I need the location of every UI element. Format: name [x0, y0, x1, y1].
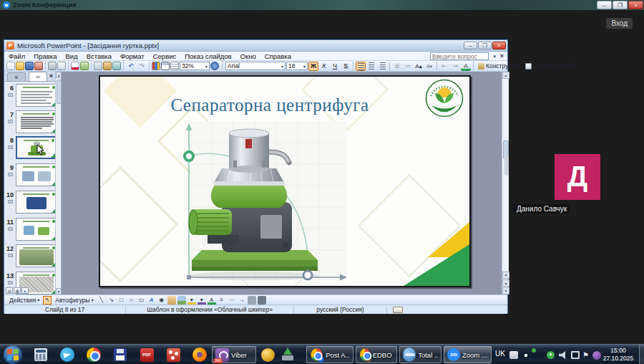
- line-style-icon[interactable]: ≡: [218, 296, 226, 305]
- antivirus-icon[interactable]: +: [547, 351, 555, 359]
- wordart-icon[interactable]: А: [147, 296, 156, 305]
- arrow-style-icon[interactable]: →: [238, 296, 246, 305]
- display-icon[interactable]: [571, 351, 580, 359]
- new-file-icon[interactable]: [6, 62, 15, 70]
- ppt-close-button[interactable]: ×: [492, 42, 506, 49]
- slide-sorter-view-icon[interactable]: ▦: [14, 287, 21, 294]
- show-desktop-button[interactable]: [639, 345, 644, 364]
- paste-icon[interactable]: [103, 62, 112, 70]
- font-size-combo[interactable]: 18 ▾: [286, 62, 308, 70]
- slide-title[interactable]: Сепараторна центрифуга: [104, 95, 435, 115]
- design-button[interactable]: Конструктор: [476, 62, 522, 70]
- zoom-dropdown-icon[interactable]: ▾: [204, 64, 208, 69]
- slideshow-view-icon[interactable]: ▸: [21, 287, 29, 294]
- threed-style-icon[interactable]: [258, 296, 266, 305]
- ask-question-input[interactable]: [430, 52, 489, 60]
- total-commander-task-button[interactable]: Total ...: [399, 346, 441, 363]
- align-center-icon[interactable]: [366, 62, 376, 71]
- menu-tools[interactable]: Сервис: [149, 52, 181, 61]
- firefox-icon[interactable]: [191, 347, 208, 363]
- line-tool-icon[interactable]: ╲: [97, 296, 106, 305]
- chrome-icon[interactable]: [85, 347, 102, 363]
- format-painter-icon[interactable]: [112, 62, 121, 70]
- help-icon[interactable]: [210, 62, 219, 70]
- shadow-style-icon[interactable]: [248, 296, 256, 305]
- scrollbar-thumb[interactable]: [57, 80, 62, 104]
- minimize-button[interactable]: –: [597, 1, 612, 9]
- scroll-down-icon[interactable]: ▼: [56, 288, 62, 294]
- share-app-icon[interactable]: [165, 347, 182, 363]
- viber-task-button[interactable]: 390 Viber: [212, 346, 256, 363]
- previous-slide-icon[interactable]: ▲: [502, 279, 509, 287]
- increase-indent-icon[interactable]: ⇥: [450, 62, 460, 71]
- dash-style-icon[interactable]: ⋯: [228, 296, 236, 305]
- thumbnail-scrollbar[interactable]: ▲ ▼: [55, 72, 61, 294]
- autoshapes-menu[interactable]: Автофигуры ▾: [53, 297, 95, 304]
- zoom-login-button[interactable]: Вход: [606, 18, 633, 29]
- calculator-icon[interactable]: [32, 347, 49, 363]
- arrow-tool-icon[interactable]: ↘: [107, 296, 116, 305]
- decrease-font-icon[interactable]: A▾: [424, 62, 434, 71]
- save-app-icon[interactable]: [112, 347, 129, 363]
- italic-button[interactable]: К: [319, 62, 329, 71]
- tab-outline[interactable]: ≣: [7, 72, 26, 81]
- font-name-combo[interactable]: Arial ▾: [225, 62, 286, 70]
- save-icon[interactable]: [25, 62, 34, 70]
- permission-icon[interactable]: [34, 62, 43, 70]
- table-icon[interactable]: [161, 62, 170, 70]
- font-name-dropdown-icon[interactable]: ▾: [280, 64, 283, 69]
- tables-borders-icon[interactable]: [170, 62, 179, 70]
- ppt-minimize-button[interactable]: –: [464, 42, 477, 49]
- rectangle-tool-icon[interactable]: □: [117, 296, 126, 305]
- ppt-restore-button[interactable]: ❐: [478, 42, 492, 49]
- new-slide-button[interactable]: Создать слайд: [523, 62, 577, 70]
- menu-slideshow[interactable]: Показ слайдов: [180, 52, 235, 61]
- zoom-task-button[interactable]: zm Zoom ...: [444, 346, 492, 363]
- menu-file[interactable]: Файл: [4, 52, 29, 61]
- diagram-icon[interactable]: ◉: [157, 296, 166, 305]
- menu-insert[interactable]: Вставка: [82, 52, 116, 61]
- pdf-app-icon[interactable]: PDF: [138, 347, 155, 363]
- close-button[interactable]: ×: [628, 1, 643, 9]
- line-color-icon[interactable]: ▾: [197, 296, 206, 305]
- ask-close-icon[interactable]: ×: [500, 52, 504, 61]
- keyboard-layout-icon[interactable]: [509, 351, 518, 359]
- disk-tool-icon[interactable]: [259, 347, 276, 363]
- normal-view-icon[interactable]: ▤: [6, 287, 13, 294]
- align-right-icon[interactable]: [377, 62, 387, 71]
- fill-color-icon[interactable]: ▾: [187, 296, 196, 305]
- slide-7-thumbnail[interactable]: [16, 110, 57, 133]
- select-tool-icon[interactable]: ↖: [43, 296, 52, 305]
- ask-dropdown-icon[interactable]: ▾: [493, 52, 496, 61]
- print-preview-icon[interactable]: [57, 62, 66, 70]
- clipart-icon[interactable]: [167, 296, 176, 305]
- spelling-icon[interactable]: [71, 62, 79, 70]
- slide-6-thumbnail[interactable]: [16, 84, 57, 107]
- slide-scrollbar[interactable]: ▲ ▼ ▲ ▼: [502, 72, 509, 294]
- slide-11-thumbnail[interactable]: [16, 218, 57, 241]
- next-slide-icon[interactable]: ▼: [502, 287, 509, 294]
- scroll-up-icon[interactable]: ▲: [56, 72, 62, 78]
- bullet-list-icon[interactable]: ≔: [403, 62, 413, 71]
- font-size-dropdown-icon[interactable]: ▾: [302, 64, 306, 69]
- zoom-combo[interactable]: 32% ▾: [180, 62, 210, 70]
- bold-button[interactable]: Ж: [308, 62, 318, 71]
- menu-edit[interactable]: Правка: [29, 52, 61, 61]
- language-indicator[interactable]: русский (Россия): [294, 306, 387, 314]
- shadow-button[interactable]: S: [341, 62, 351, 71]
- slide-9-thumbnail[interactable]: [16, 163, 57, 186]
- scroll-down-icon[interactable]: ▼: [502, 272, 509, 279]
- menu-help[interactable]: Справка: [260, 52, 296, 61]
- clock[interactable]: 15:00 27.10.2025: [600, 347, 637, 362]
- edbo-task-button[interactable]: EDBO ...: [356, 346, 397, 363]
- panel-close-icon[interactable]: ×: [49, 71, 53, 81]
- textbox-tool-icon[interactable]: ▭: [137, 296, 146, 305]
- current-slide[interactable]: Сепараторна центрифуга: [99, 75, 471, 287]
- redo-icon[interactable]: ↷: [137, 62, 147, 71]
- language-indicator[interactable]: UK: [495, 350, 505, 358]
- print-icon[interactable]: [48, 62, 57, 70]
- maximize-button[interactable]: ❐: [613, 1, 628, 9]
- numbered-list-icon[interactable]: ≣: [392, 62, 402, 71]
- menu-view[interactable]: Вид: [61, 52, 82, 61]
- menu-window[interactable]: Окно: [236, 52, 260, 61]
